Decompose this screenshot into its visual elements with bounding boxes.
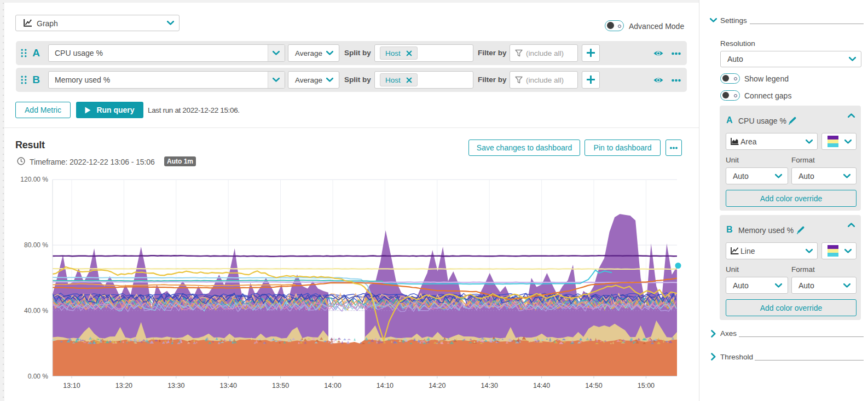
svg-text:13:30: 13:30 (167, 382, 184, 390)
svg-text:14:50: 14:50 (585, 382, 602, 390)
svg-text:13:10: 13:10 (63, 382, 80, 390)
svg-text:13:50: 13:50 (272, 382, 289, 390)
svg-text:14:30: 14:30 (481, 382, 498, 390)
svg-text:80.00 %: 80.00 % (24, 241, 48, 249)
svg-text:14:20: 14:20 (429, 382, 445, 390)
svg-text:40.00 %: 40.00 % (24, 307, 48, 315)
svg-text:15:00: 15:00 (638, 382, 655, 390)
svg-text:14:10: 14:10 (377, 382, 394, 390)
svg-text:120.00 %: 120.00 % (20, 176, 48, 183)
svg-text:14:40: 14:40 (533, 382, 550, 390)
svg-text:14:00: 14:00 (324, 382, 341, 390)
svg-text:13:40: 13:40 (220, 382, 237, 390)
svg-text:0.00 %: 0.00 % (28, 373, 49, 380)
svg-text:13:20: 13:20 (115, 382, 132, 390)
